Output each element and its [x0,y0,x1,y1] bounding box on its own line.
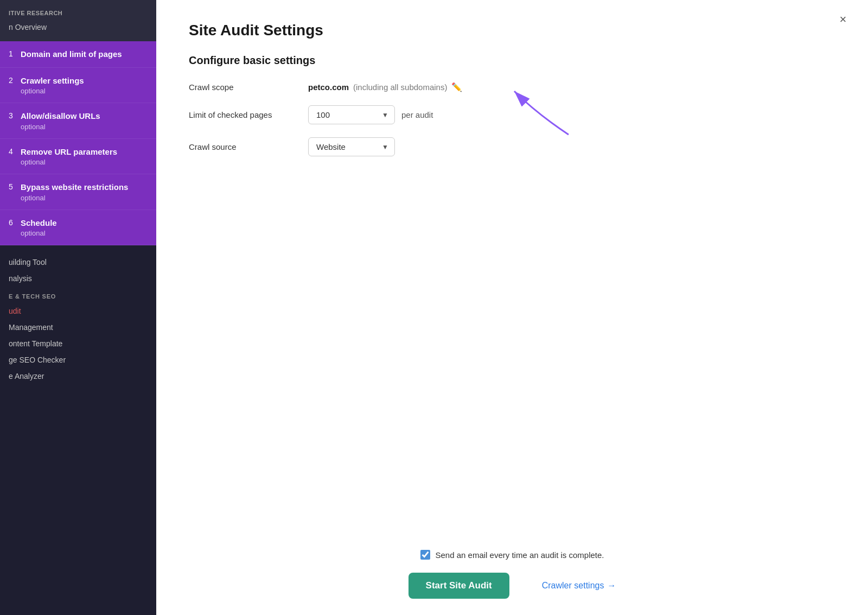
step-title-6: Schedule [21,218,57,229]
crawl-source-select[interactable]: Website Sitemap Upload list [308,137,395,156]
sidebar: ITIVE RESEARCH n Overview 1 Domain and l… [0,0,156,615]
step-num-1: 1 [9,49,21,58]
edit-icon[interactable]: ✏️ [451,82,462,92]
start-audit-button[interactable]: Start Site Audit [409,573,509,599]
step-subtitle-3: optional [21,123,100,131]
step-subtitle-6: optional [21,229,57,237]
step-item-5[interactable]: 5 Bypass website restrictions optional [0,174,156,210]
sidebar-link-seo-checker[interactable]: ge SEO Checker [0,352,156,368]
page-title: Site Audit Settings [189,22,835,39]
step-content-4: Remove URL parameters optional [21,147,117,167]
sidebar-link-audit[interactable]: udit [0,303,156,319]
limit-pages-select[interactable]: 100 500 1000 5000 10000 20000 50000 1000… [308,105,395,124]
crawl-scope-label: Crawl scope [189,83,308,92]
crawl-scope-subdomains: (including all subdomains) [353,83,447,92]
sidebar-link-content-template[interactable]: ontent Template [0,335,156,352]
step-title-1: Domain and limit of pages [21,49,122,60]
step-subtitle-5: optional [21,194,128,202]
crawler-settings-link[interactable]: Crawler settings → [542,581,616,591]
step-title-3: Allow/disallow URLs [21,111,100,122]
step-nav: 1 Domain and limit of pages 2 Crawler se… [0,41,156,245]
email-checkbox-label: Send an email every time an audit is com… [436,550,604,560]
crawler-settings-arrow-icon: → [607,581,616,591]
step-content-3: Allow/disallow URLs optional [21,111,100,131]
step-subtitle-4: optional [21,158,117,166]
crawl-source-row: Crawl source Website Sitemap Upload list… [189,137,835,156]
step-item-2[interactable]: 2 Crawler settings optional [0,68,156,104]
step-content-6: Schedule optional [21,218,57,238]
crawler-settings-label: Crawler settings [542,581,604,591]
section-title: Configure basic settings [189,54,835,67]
sidebar-bottom: uilding Tool nalysis E & TECH SEO udit M… [0,245,156,615]
crawl-scope-domain: petco.com [308,83,349,92]
main-panel: × Site Audit Settings Configure basic se… [156,0,868,615]
step-title-4: Remove URL parameters [21,147,117,157]
step-num-3: 3 [9,111,21,120]
crawl-source-select-wrapper: Website Sitemap Upload list ▼ [308,137,395,156]
bottom-actions: Start Site Audit Crawler settings → [409,573,616,599]
close-button[interactable]: × [834,11,852,28]
email-checkbox-row: Send an email every time an audit is com… [420,550,604,560]
sidebar-link-analyzer[interactable]: e Analyzer [0,368,156,384]
sidebar-section-label: E & TECH SEO [0,287,156,303]
step-subtitle-2: optional [21,87,84,95]
sidebar-link-building-tool[interactable]: uilding Tool [0,254,156,270]
limit-pages-label: Limit of checked pages [189,110,308,119]
step-num-2: 2 [9,76,21,85]
step-item-6[interactable]: 6 Schedule optional [0,210,156,246]
step-num-4: 4 [9,147,21,156]
sidebar-overview[interactable]: n Overview [9,20,148,35]
sidebar-link-management[interactable]: Management [0,319,156,335]
crawl-scope-row: Crawl scope petco.com (including all sub… [189,82,835,92]
step-title-2: Crawler settings [21,75,84,86]
step-content-2: Crawler settings optional [21,75,84,96]
sidebar-brand: ITIVE RESEARCH [9,4,148,20]
crawl-scope-value: petco.com (including all subdomains) ✏️ [308,82,462,92]
sidebar-top: ITIVE RESEARCH n Overview [0,0,156,41]
step-item-1[interactable]: 1 Domain and limit of pages [0,41,156,68]
step-item-3[interactable]: 3 Allow/disallow URLs optional [0,103,156,139]
step-content-1: Domain and limit of pages [21,49,122,60]
step-num-5: 5 [9,182,21,191]
per-audit-label: per audit [401,110,433,119]
limit-select-wrapper: 100 500 1000 5000 10000 20000 50000 1000… [308,105,395,124]
crawl-source-label: Crawl source [189,142,308,151]
bottom-section: Send an email every time an audit is com… [189,528,835,599]
limit-pages-row: Limit of checked pages 100 500 1000 5000… [189,105,835,124]
step-num-6: 6 [9,218,21,227]
sidebar-link-analysis[interactable]: nalysis [0,270,156,287]
email-checkbox[interactable] [420,550,430,560]
step-content-5: Bypass website restrictions optional [21,182,128,202]
step-title-5: Bypass website restrictions [21,182,128,193]
step-item-4[interactable]: 4 Remove URL parameters optional [0,139,156,175]
